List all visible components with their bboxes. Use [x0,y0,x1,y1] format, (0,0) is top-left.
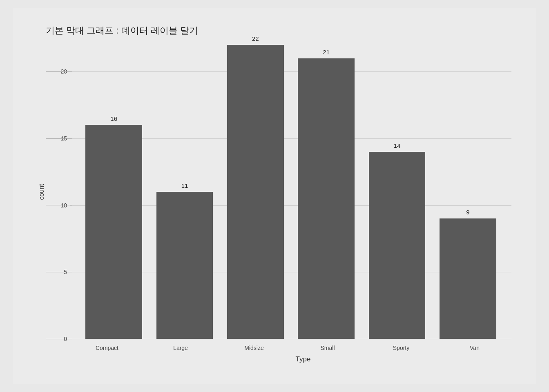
y-tick-mark-10 [46,205,72,205]
bar-group-midsize: 22 [220,45,291,339]
bar-value-label-large: 11 [181,182,188,189]
bar-value-label-van: 9 [466,209,469,216]
chart-title: 기본 막대 그래프 : 데이터 레이블 달기 [46,24,511,37]
x-tick-midsize: Midsize [217,345,291,351]
x-tick-compact: Compact [70,345,144,351]
x-tick-sporty: Sporty [364,345,438,351]
y-tick-mark-20 [46,71,72,72]
bar-group-sporty: 14 [362,45,432,339]
x-tick-small: Small [291,345,364,351]
x-tick-large: Large [144,345,217,351]
bar-value-label-sporty: 14 [394,142,401,149]
y-tick-mark-15 [46,138,72,139]
bar-midsize: 22 [227,45,284,339]
bar-group-small: 21 [291,45,362,339]
grid-line [70,339,511,339]
bar-large: 11 [156,192,213,339]
bar-group-compact: 16 [78,45,149,339]
chart-container: 기본 막대 그래프 : 데이터 레이블 달기 count 16112221149… [13,8,536,384]
bar-small: 21 [298,58,355,339]
bar-van: 9 [440,218,496,339]
bar-sporty: 14 [369,152,426,339]
x-axis: CompactLargeMidsizeSmallSportyVan [70,345,511,351]
y-ticks-container: 05101520 [46,45,70,339]
bars-container: 16112221149 [70,45,511,339]
chart-area: count 16112221149 05101520 CompactLargeM… [46,45,511,363]
bar-group-van: 9 [433,45,503,339]
x-axis-label: Type [296,355,311,363]
bar-value-label-midsize: 22 [252,35,259,42]
bar-group-large: 11 [149,45,220,339]
y-tick-mark-0 [46,339,72,339]
bar-value-label-compact: 16 [110,115,117,122]
x-tick-van: Van [438,345,511,351]
bar-value-label-small: 21 [323,49,330,56]
y-tick-mark-5 [46,272,72,272]
bar-compact: 16 [85,125,142,339]
y-axis-label: count [38,184,45,200]
